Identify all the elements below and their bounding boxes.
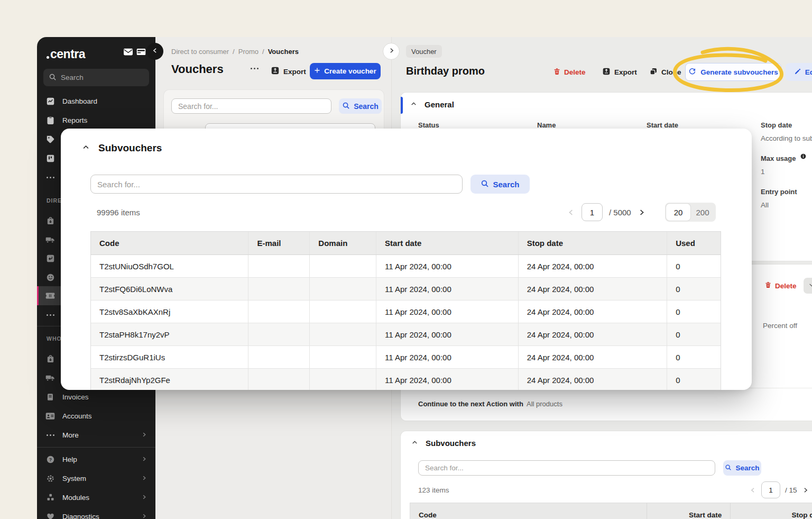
table-row[interactable]: T2stv8SaXbKAXnRj11 Apr 2024, 00:0024 Apr… xyxy=(91,301,721,323)
breadcrumb-separator: / xyxy=(233,48,235,56)
smiley-icon xyxy=(45,272,55,282)
refresh-icon xyxy=(688,67,696,77)
search-label: Search xyxy=(354,102,379,111)
max-usage-value: 1 xyxy=(761,168,765,176)
modal-header[interactable]: Subvouchers xyxy=(82,142,162,154)
sidebar-item-accounts[interactable]: Accounts xyxy=(37,406,155,425)
subvouchers-search-input[interactable] xyxy=(418,460,715,476)
export-button[interactable]: Export xyxy=(602,67,637,77)
breadcrumb-vouchers: Vouchers xyxy=(268,48,299,56)
sidebar-item-reports[interactable]: Reports xyxy=(37,111,155,130)
clone-icon xyxy=(649,67,658,77)
pager-prev-icon[interactable] xyxy=(750,487,756,494)
chevron-left-icon xyxy=(152,47,159,56)
entry-point-value: All xyxy=(761,201,769,209)
start-date-label: Start date xyxy=(647,121,678,129)
stop-date-value: According to sub xyxy=(761,134,812,142)
create-voucher-button[interactable]: Create voucher xyxy=(310,63,381,79)
subvouchers-table-header: Code Start date Stop date xyxy=(410,503,812,519)
subvouchers-title: Subvouchers xyxy=(426,439,476,448)
page-size-toggle: 20 200 xyxy=(665,203,716,222)
screenshot-root: centra Search Dashboard Reports xyxy=(0,0,812,519)
delete-label: Delete xyxy=(564,68,586,76)
items-count: 123 items xyxy=(418,486,449,494)
subvouchers-table: Code E-mail Domain Start date Stop date … xyxy=(90,231,721,390)
page-total: / 15 xyxy=(785,486,797,494)
page-size-20[interactable]: 20 xyxy=(666,204,690,221)
table-row[interactable]: T2stirzsDGuR1iUs11 Apr 2024, 00:0024 Apr… xyxy=(91,346,721,369)
vouchers-search-input[interactable] xyxy=(171,98,331,114)
expand-panel-button[interactable] xyxy=(383,43,400,60)
sidebar-divider xyxy=(37,447,155,448)
generate-subvouchers-button[interactable]: Generate subvouchers xyxy=(685,63,781,81)
sidebar-search-input[interactable]: Search xyxy=(43,69,149,86)
billing-card-icon[interactable] xyxy=(136,48,146,56)
columns-icon xyxy=(45,153,55,163)
column-used: Used xyxy=(667,232,721,254)
mail-icon[interactable] xyxy=(124,48,133,56)
modal-items-count: 99996 items xyxy=(97,208,140,217)
export-button[interactable]: Export xyxy=(271,65,306,78)
search-icon xyxy=(49,73,57,83)
sidebar-item-dashboard[interactable]: Dashboard xyxy=(37,92,155,111)
chevron-right-icon xyxy=(141,475,147,482)
collapse-action-button[interactable] xyxy=(804,278,812,294)
sidebar-item-invoices[interactable]: Invoices xyxy=(37,387,155,406)
edit-button[interactable]: Edit xyxy=(786,63,812,81)
sidebar-item-more-wholesale[interactable]: More xyxy=(37,425,155,444)
vouchers-search-button[interactable]: Search xyxy=(339,98,382,114)
dashboard-icon xyxy=(45,96,55,106)
voucher-ticket-icon xyxy=(45,291,55,301)
sidebar-item-label: Diagnostics xyxy=(62,513,99,519)
modal-page-number-input[interactable] xyxy=(582,203,603,221)
more-actions-button[interactable] xyxy=(251,68,259,69)
table-row[interactable]: T2stUNiuOSdh7GOL11 Apr 2024, 00:0024 Apr… xyxy=(91,255,721,278)
sidebar-item-system[interactable]: System xyxy=(37,469,155,488)
collapse-sidebar-button[interactable] xyxy=(146,43,163,60)
ellipsis-icon xyxy=(45,172,55,182)
table-row[interactable]: T2staPH8k17ny2vP11 Apr 2024, 00:0024 Apr… xyxy=(91,323,721,346)
pencil-icon xyxy=(794,68,801,77)
general-section-header[interactable]: General xyxy=(410,100,454,109)
continue-action-label: Continue to the next Action with xyxy=(418,400,523,408)
sidebar-item-diagnostics[interactable]: Diagnostics xyxy=(37,507,155,519)
max-usage-label: Max usage xyxy=(761,154,796,162)
trash-icon xyxy=(764,281,772,290)
subvouchers-search-button[interactable]: Search xyxy=(723,460,761,476)
general-title: General xyxy=(425,100,454,109)
subvouchers-section-header[interactable]: Subvouchers xyxy=(411,439,476,448)
search-label: Search xyxy=(735,464,759,472)
modal-page-total: / 5000 xyxy=(609,208,631,217)
search-icon xyxy=(481,179,489,189)
table-row[interactable]: T2stFQ6Di6LoNWva11 Apr 2024, 00:0024 Apr… xyxy=(91,278,721,301)
return-arrow-icon xyxy=(45,253,55,263)
clone-button[interactable]: Clone xyxy=(649,67,681,77)
pager-next-icon[interactable] xyxy=(802,487,809,494)
pager-prev-icon[interactable] xyxy=(567,208,575,216)
orders-bag-icon xyxy=(45,216,55,225)
plus-icon xyxy=(314,67,320,75)
chevron-down-icon xyxy=(808,281,812,290)
subvouchers-pager: / 15 xyxy=(750,481,809,498)
page-size-200[interactable]: 200 xyxy=(690,204,715,221)
modal-search-input[interactable] xyxy=(90,175,463,194)
info-icon[interactable] xyxy=(800,152,807,162)
column-stop-date: Stop date xyxy=(519,232,668,254)
sidebar-item-label: Reports xyxy=(62,116,87,124)
column-code: Code xyxy=(410,511,647,519)
delete-button[interactable]: Delete xyxy=(553,67,586,77)
pager-next-icon[interactable] xyxy=(638,208,645,216)
centra-logo: centra xyxy=(47,44,85,61)
edit-label: Edit xyxy=(805,68,812,76)
sidebar-item-help[interactable]: ? Help xyxy=(37,450,155,469)
page-number-input[interactable] xyxy=(761,481,780,498)
breadcrumb-direct-to-consumer[interactable]: Direct to consumer xyxy=(171,48,229,56)
breadcrumb-promo[interactable]: Promo xyxy=(238,48,259,56)
modal-search-button[interactable]: Search xyxy=(470,175,530,194)
sidebar-item-modules[interactable]: Modules xyxy=(37,488,155,507)
help-icon: ? xyxy=(45,454,55,464)
entry-point-label: Entry point xyxy=(761,188,797,196)
svg-text:?: ? xyxy=(49,457,51,462)
action-delete-button[interactable]: Delete xyxy=(764,281,797,290)
table-row[interactable]: T2stRdajNhYp2GFe11 Apr 2024, 00:0024 Apr… xyxy=(91,369,721,390)
